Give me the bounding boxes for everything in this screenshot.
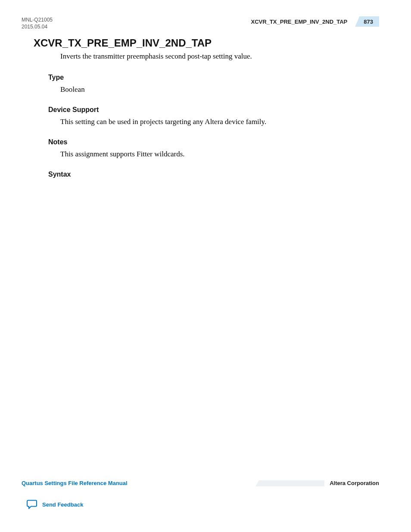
- page-footer: Quartus Settings File Reference Manual A…: [22, 480, 379, 510]
- page-number-badge: 873: [355, 16, 379, 27]
- page-content: XCVR_TX_PRE_EMP_INV_2ND_TAP Inverts the …: [34, 37, 379, 190]
- section-notes: Notes This assignment supports Fitter wi…: [48, 138, 379, 159]
- syntax-heading: Syntax: [48, 171, 379, 178]
- page-header: MNL-Q21005 2015.05.04 XCVR_TX_PRE_EMP_IN…: [22, 16, 379, 30]
- send-feedback-link[interactable]: Send Feedback: [27, 499, 379, 510]
- speech-bubble-icon: [27, 499, 38, 510]
- device-support-heading: Device Support: [48, 106, 379, 114]
- doc-date: 2015.05.04: [22, 23, 53, 30]
- footer-divider: [133, 480, 325, 486]
- running-title: XCVR_TX_PRE_EMP_INV_2ND_TAP: [251, 19, 355, 25]
- section-type: Type Boolean: [48, 74, 379, 95]
- type-body: Boolean: [60, 85, 379, 95]
- manual-title-link[interactable]: Quartus Settings File Reference Manual: [22, 480, 128, 486]
- svg-marker-0: [255, 480, 324, 486]
- notes-body: This assignment supports Fitter wildcard…: [60, 149, 379, 159]
- header-meta: MNL-Q21005 2015.05.04: [22, 16, 53, 30]
- page-number: 873: [364, 19, 373, 25]
- intro-text: Inverts the transmitter preemphasis seco…: [60, 52, 379, 62]
- send-feedback-label: Send Feedback: [42, 501, 83, 508]
- notes-heading: Notes: [48, 138, 379, 146]
- section-syntax: Syntax: [48, 171, 379, 178]
- doc-id: MNL-Q21005: [22, 16, 53, 23]
- page-title: XCVR_TX_PRE_EMP_INV_2ND_TAP: [34, 37, 379, 49]
- company-name: Altera Corporation: [330, 480, 379, 486]
- footer-row: Quartus Settings File Reference Manual A…: [22, 480, 379, 486]
- section-device-support: Device Support This setting can be used …: [48, 106, 379, 127]
- header-right: XCVR_TX_PRE_EMP_INV_2ND_TAP 873: [251, 16, 379, 27]
- type-heading: Type: [48, 74, 379, 81]
- device-support-body: This setting can be used in projects tar…: [60, 117, 379, 127]
